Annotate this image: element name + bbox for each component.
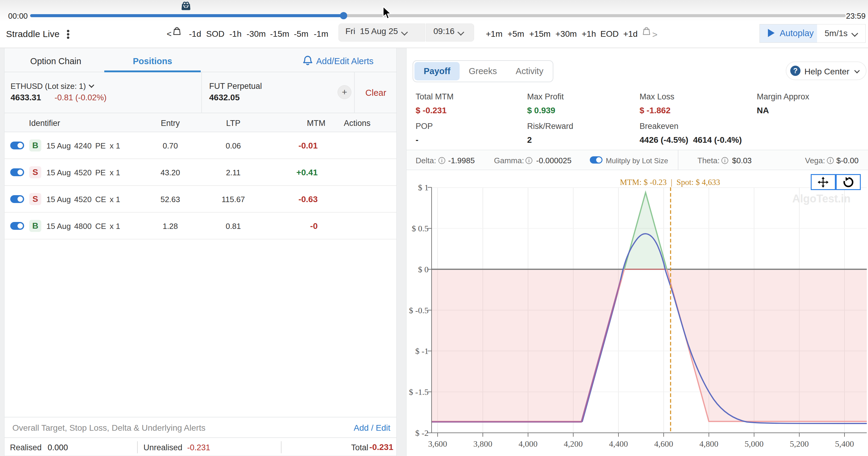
svg-text:4,200: 4,200 <box>564 439 583 449</box>
svg-text:$ 0.5: $ 0.5 <box>412 224 429 233</box>
svg-text:4,000: 4,000 <box>519 439 538 449</box>
svg-text:$ -1: $ -1 <box>415 346 429 356</box>
svg-text:5,000: 5,000 <box>745 439 764 449</box>
svg-text:$ -1.5: $ -1.5 <box>409 387 429 397</box>
svg-text:$ -0.5: $ -0.5 <box>409 306 429 315</box>
svg-text:$ 0: $ 0 <box>418 265 429 274</box>
svg-text:5,200: 5,200 <box>790 439 809 449</box>
svg-text:3,800: 3,800 <box>473 439 493 449</box>
svg-text:4,400: 4,400 <box>609 439 628 449</box>
svg-text:MTM: $ -0.23 | Spot: $ 4,633: MTM: $ -0.23 | Spot: $ 4,633 <box>620 178 720 187</box>
svg-text:$ -2: $ -2 <box>415 428 429 437</box>
svg-text:4,600: 4,600 <box>654 439 673 449</box>
svg-text:$ 1: $ 1 <box>418 183 429 192</box>
svg-text:AlgoTest.in: AlgoTest.in <box>792 192 850 205</box>
svg-text:4,800: 4,800 <box>700 439 718 449</box>
svg-text:5,400: 5,400 <box>835 439 854 449</box>
svg-text:3,600: 3,600 <box>428 439 447 449</box>
